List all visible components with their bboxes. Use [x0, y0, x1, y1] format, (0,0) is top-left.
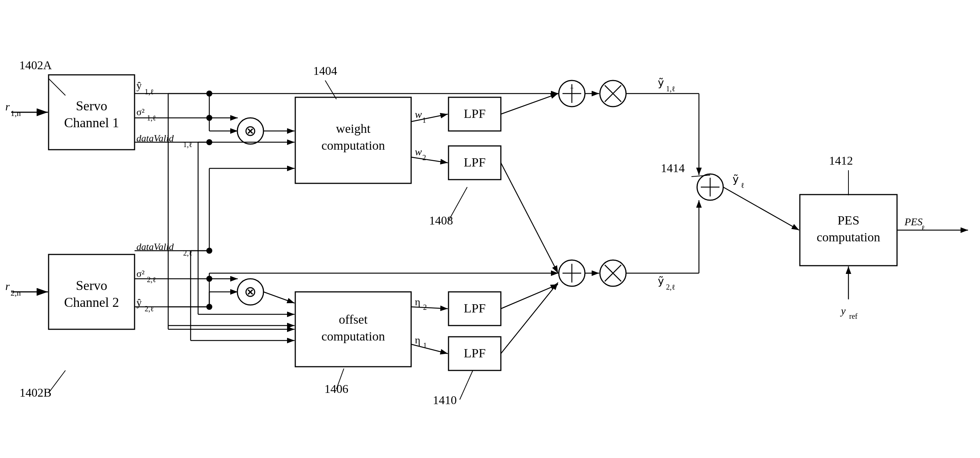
svg-text:2: 2 — [423, 303, 427, 311]
diagram-container: Servo Channel 1 Servo Channel 2 weight c… — [0, 0, 980, 458]
svg-text:computation: computation — [321, 139, 385, 152]
svg-text:ŷ: ŷ — [137, 297, 142, 308]
svg-text:w: w — [415, 146, 422, 158]
svg-text:Channel 1: Channel 1 — [64, 115, 119, 130]
label-1410: 1410 — [433, 393, 457, 407]
svg-text:ỹ: ỹ — [658, 275, 664, 287]
svg-text:ỹ: ỹ — [733, 173, 739, 185]
svg-text:1,ℓ: 1,ℓ — [145, 88, 154, 96]
svg-text:Servo: Servo — [76, 98, 107, 113]
svg-text:PES: PES — [904, 216, 923, 228]
svg-text:σ²: σ² — [137, 107, 145, 118]
svg-text:y: y — [840, 305, 846, 316]
svg-text:ỹ: ỹ — [658, 77, 664, 88]
svg-line-120 — [501, 282, 558, 354]
svg-text:offset: offset — [339, 313, 368, 326]
svg-text:1,ℓ: 1,ℓ — [666, 85, 675, 93]
label-1404: 1404 — [313, 64, 337, 77]
svg-line-50 — [460, 370, 473, 400]
svg-text:Channel 2: Channel 2 — [64, 295, 119, 310]
label-1414: 1414 — [661, 161, 685, 175]
svg-text:ℓ: ℓ — [741, 181, 745, 189]
svg-line-134 — [723, 187, 799, 230]
svg-text:LPF: LPF — [464, 107, 486, 120]
svg-text:LPF: LPF — [464, 346, 486, 360]
svg-line-47 — [325, 80, 336, 99]
svg-text:σ²: σ² — [137, 268, 145, 279]
svg-text:r: r — [5, 100, 10, 113]
svg-text:Servo: Servo — [76, 278, 107, 293]
label-1408: 1408 — [429, 214, 453, 227]
svg-text:r: r — [5, 280, 10, 292]
label-1402b: 1402B — [19, 386, 51, 399]
diagram-svg: Servo Channel 1 Servo Channel 2 weight c… — [0, 0, 980, 458]
svg-line-118 — [501, 163, 558, 273]
svg-text:2: 2 — [422, 153, 426, 162]
svg-line-49 — [449, 187, 467, 221]
svg-text:1: 1 — [422, 116, 426, 124]
svg-line-108 — [411, 157, 448, 163]
svg-text:LPF: LPF — [464, 155, 486, 169]
svg-text:1: 1 — [423, 341, 427, 349]
svg-line-117 — [501, 94, 558, 114]
svg-text:η: η — [415, 296, 420, 308]
svg-text:ℓ: ℓ — [921, 224, 925, 232]
svg-text:2,ℓ: 2,ℓ — [145, 305, 154, 313]
svg-text:ref: ref — [849, 312, 858, 320]
svg-text:ŷ: ŷ — [137, 80, 142, 91]
svg-text:1,ℓ: 1,ℓ — [183, 140, 192, 148]
svg-text:2,ℓ: 2,ℓ — [147, 275, 156, 284]
svg-text:⊗: ⊗ — [244, 122, 257, 139]
label-1412: 1412 — [829, 154, 853, 167]
svg-text:2,ℓ: 2,ℓ — [666, 283, 675, 291]
svg-text:computation: computation — [817, 230, 880, 244]
svg-text:PES: PES — [838, 213, 860, 227]
svg-text:w: w — [415, 109, 422, 120]
svg-text:1,n: 1,n — [11, 109, 21, 118]
svg-line-119 — [501, 284, 558, 309]
svg-text:+: + — [570, 85, 574, 92]
svg-line-46 — [49, 370, 65, 393]
svg-text:2,n: 2,n — [11, 288, 21, 297]
svg-text:LPF: LPF — [464, 301, 486, 315]
svg-text:computation: computation — [321, 329, 385, 343]
svg-text:weight: weight — [336, 121, 371, 136]
svg-text:1,ℓ: 1,ℓ — [147, 114, 156, 122]
svg-text:η: η — [415, 334, 420, 346]
svg-text:⊗: ⊗ — [244, 283, 257, 300]
svg-line-90 — [264, 292, 294, 303]
label-1402a: 1402A — [19, 58, 52, 72]
